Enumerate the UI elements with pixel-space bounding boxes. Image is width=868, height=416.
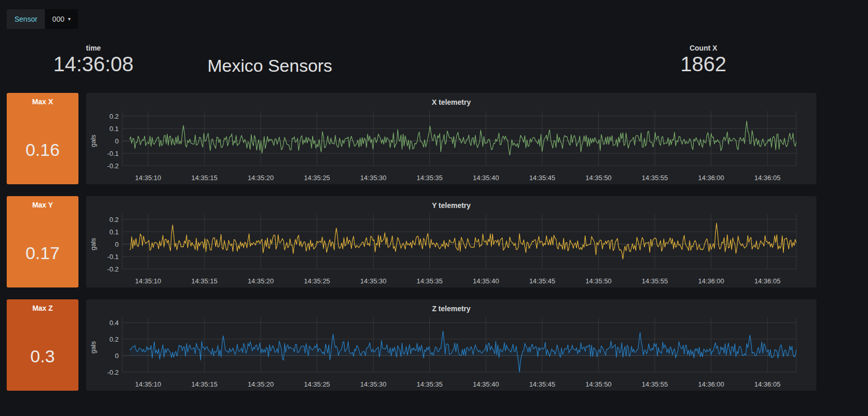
svg-text:14:35:10: 14:35:10 — [135, 277, 162, 285]
stat-value: 0.16 — [7, 139, 78, 159]
svg-text:14:35:15: 14:35:15 — [191, 380, 218, 388]
svg-text:14:35:25: 14:35:25 — [304, 380, 330, 388]
svg-text:14:35:35: 14:35:35 — [416, 174, 443, 182]
svg-text:gals: gals — [89, 238, 97, 250]
svg-text:14:35:45: 14:35:45 — [529, 174, 555, 182]
svg-text:14:35:55: 14:35:55 — [642, 380, 668, 388]
svg-text:14:36:05: 14:36:05 — [754, 174, 781, 182]
svg-text:0.1: 0.1 — [109, 228, 119, 236]
svg-text:14:35:20: 14:35:20 — [248, 277, 274, 285]
x-telemetry-chart[interactable]: 0.20.10-0.1-0.214:35:1014:35:1514:35:201… — [86, 93, 816, 184]
variable-value-dropdown[interactable]: 000 ▾ — [45, 9, 77, 29]
svg-text:-0.1: -0.1 — [107, 253, 119, 261]
svg-text:-0.1: -0.1 — [107, 150, 119, 157]
svg-text:0.4: 0.4 — [109, 319, 119, 327]
svg-text:-0.2: -0.2 — [107, 265, 119, 273]
svg-text:14:35:20: 14:35:20 — [248, 380, 274, 388]
svg-text:14:36:05: 14:36:05 — [754, 277, 781, 285]
svg-text:14:35:40: 14:35:40 — [473, 174, 499, 182]
chevron-down-icon: ▾ — [68, 17, 71, 22]
svg-text:-0.2: -0.2 — [107, 369, 119, 376]
row-x: Max X 0.16 0.20.10-0.1-0.214:35:1014:35:… — [0, 93, 868, 184]
stat-value: 0.3 — [7, 346, 78, 366]
clock-value: 14:36:08 — [7, 53, 180, 76]
clock-panel-title: time — [7, 44, 180, 52]
count-value: 1862 — [617, 53, 790, 76]
dashboard-title: Mexico Sensors — [207, 56, 332, 76]
row-z: Max Z 0.3 0.40.20-0.214:35:1014:35:1514:… — [0, 299, 868, 391]
variable-label: Sensor — [7, 9, 45, 29]
z-telemetry-chart[interactable]: 0.40.20-0.214:35:1014:35:1514:35:2014:35… — [86, 299, 816, 391]
chart-panel-y-telemetry: 0.20.10-0.1-0.214:35:1014:35:1514:35:201… — [86, 196, 816, 287]
y-telemetry-chart[interactable]: 0.20.10-0.1-0.214:35:1014:35:1514:35:201… — [86, 196, 816, 287]
row-y: Max Y 0.17 0.20.10-0.1-0.214:35:1014:35:… — [0, 196, 868, 287]
svg-text:14:35:45: 14:35:45 — [529, 380, 555, 388]
svg-text:14:36:05: 14:36:05 — [754, 380, 781, 388]
svg-text:-0.2: -0.2 — [107, 162, 119, 170]
svg-text:14:35:45: 14:35:45 — [529, 277, 555, 285]
count-panel-title: Count X — [617, 44, 790, 52]
svg-text:14:35:55: 14:35:55 — [642, 174, 668, 182]
chart-title[interactable]: Z telemetry — [86, 305, 816, 313]
svg-text:14:35:35: 14:35:35 — [416, 380, 443, 388]
svg-text:14:36:00: 14:36:00 — [698, 174, 725, 182]
svg-text:14:35:50: 14:35:50 — [585, 380, 612, 388]
stat-panel-max-x: Max X 0.16 — [7, 93, 78, 184]
svg-text:14:35:55: 14:35:55 — [642, 277, 668, 285]
svg-text:14:35:20: 14:35:20 — [248, 174, 274, 182]
svg-text:0: 0 — [115, 241, 119, 248]
chart-panel-x-telemetry: 0.20.10-0.1-0.214:35:1014:35:1514:35:201… — [86, 93, 816, 184]
chart-title[interactable]: Y telemetry — [86, 201, 816, 210]
svg-text:14:35:50: 14:35:50 — [585, 277, 612, 285]
svg-text:14:35:30: 14:35:30 — [360, 174, 387, 182]
stat-panel-max-z: Max Z 0.3 — [7, 299, 78, 391]
stat-title[interactable]: Max X — [7, 98, 78, 106]
svg-text:14:35:35: 14:35:35 — [416, 277, 443, 285]
variable-value: 000 — [52, 15, 64, 23]
chart-panel-z-telemetry: 0.40.20-0.214:35:1014:35:1514:35:2014:35… — [86, 299, 816, 391]
svg-text:0.2: 0.2 — [109, 216, 119, 223]
stat-title[interactable]: Max Z — [7, 304, 78, 312]
svg-text:14:35:40: 14:35:40 — [473, 277, 499, 285]
svg-text:14:35:25: 14:35:25 — [304, 174, 330, 182]
svg-text:0.2: 0.2 — [109, 113, 119, 120]
stat-title[interactable]: Max Y — [7, 201, 78, 209]
svg-text:0: 0 — [115, 137, 119, 145]
svg-text:14:36:00: 14:36:00 — [698, 277, 725, 285]
chart-title[interactable]: X telemetry — [86, 98, 816, 106]
svg-text:14:35:30: 14:35:30 — [360, 277, 387, 285]
svg-text:14:35:15: 14:35:15 — [191, 277, 218, 285]
svg-text:0.2: 0.2 — [109, 335, 119, 343]
svg-text:14:35:10: 14:35:10 — [135, 174, 162, 182]
svg-text:gals: gals — [89, 135, 97, 147]
svg-text:14:35:40: 14:35:40 — [473, 380, 499, 388]
svg-text:14:36:00: 14:36:00 — [698, 380, 725, 388]
sensor-variable-dropdown[interactable]: Sensor 000 ▾ — [7, 9, 78, 29]
svg-text:14:35:10: 14:35:10 — [135, 380, 162, 388]
svg-text:14:35:25: 14:35:25 — [304, 277, 330, 285]
stat-value: 0.17 — [7, 243, 78, 263]
svg-text:0: 0 — [115, 352, 119, 360]
svg-text:14:35:15: 14:35:15 — [191, 174, 218, 182]
svg-text:0.1: 0.1 — [109, 125, 119, 133]
svg-text:14:35:30: 14:35:30 — [360, 380, 387, 388]
svg-text:14:35:50: 14:35:50 — [585, 174, 612, 182]
stat-panel-max-y: Max Y 0.17 — [7, 196, 78, 287]
svg-text:gals: gals — [89, 341, 97, 354]
